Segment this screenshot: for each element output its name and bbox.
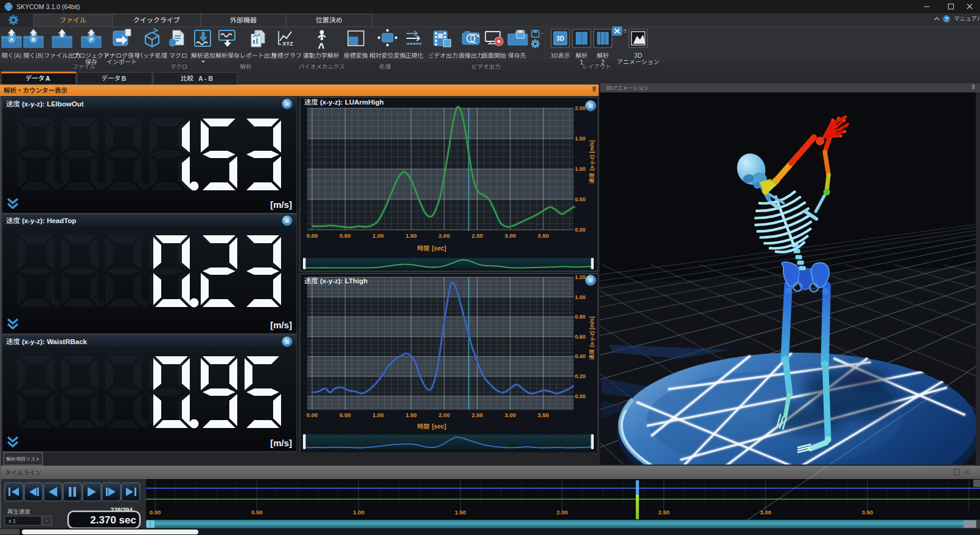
svg-text:3.50: 3.50	[538, 232, 549, 239]
svg-text:2.00: 2.00	[439, 232, 450, 239]
svg-text:3D: 3D	[634, 52, 642, 59]
svg-text:2.00: 2.00	[575, 105, 586, 111]
svg-text:SKYCOM 3.1.0 (64bit): SKYCOM 3.1.0 (64bit)	[16, 3, 80, 10]
svg-text:A: A	[10, 36, 14, 43]
svg-text:0.00: 0.00	[575, 227, 586, 233]
svg-text:0.40: 0.40	[575, 353, 586, 359]
svg-text:2.370 sec: 2.370 sec	[90, 514, 136, 526]
svg-text:(x-y-z): LThigh: (x-y-z): LThigh	[320, 277, 367, 285]
svg-text:1.50: 1.50	[455, 509, 467, 516]
svg-text:0.80: 0.80	[575, 314, 586, 320]
svg-text:0.50: 0.50	[339, 232, 351, 239]
svg-text:3.00: 3.00	[760, 509, 771, 516]
svg-text:[m/s]: [m/s]	[270, 438, 292, 448]
svg-text:[sec]: [sec]	[432, 423, 446, 430]
svg-text:x 1: x 1	[9, 518, 16, 524]
svg-text:2.50: 2.50	[471, 232, 483, 239]
svg-text:·: ·	[46, 517, 47, 524]
svg-text:(x-y-z): WaistRBack: (x-y-z): WaistRBack	[22, 338, 88, 345]
svg-text:B: B	[32, 36, 36, 43]
svg-text:1.00: 1.00	[372, 412, 384, 418]
svg-text:2.50: 2.50	[471, 412, 483, 418]
svg-text:1.00: 1.00	[372, 232, 384, 239]
svg-text:2.00: 2.00	[557, 509, 568, 516]
svg-text:0.50: 0.50	[339, 412, 351, 418]
svg-text:A: A	[46, 75, 50, 82]
svg-text:2.50: 2.50	[658, 509, 670, 516]
svg-text:1.00: 1.00	[353, 509, 364, 516]
svg-text:0.00: 0.00	[150, 509, 161, 516]
svg-text:1.50: 1.50	[575, 136, 586, 142]
svg-text:2.00: 2.00	[439, 412, 450, 418]
svg-text:1: 1	[580, 59, 583, 66]
svg-text:0.50: 0.50	[575, 196, 586, 202]
svg-text:(x-y-z): LUArmHigh: (x-y-z): LUArmHigh	[320, 98, 384, 106]
svg-text:0.60: 0.60	[575, 334, 586, 340]
svg-text:1.20: 1.20	[575, 274, 586, 280]
svg-text:0.00: 0.00	[307, 232, 318, 239]
svg-text:3.50: 3.50	[538, 412, 549, 418]
svg-text:(x-y-z) [m/s]: (x-y-z) [m/s]	[589, 316, 595, 347]
svg-text:0.00: 0.00	[307, 412, 318, 418]
svg-text:1.00: 1.00	[575, 294, 586, 300]
svg-text:1.50: 1.50	[406, 232, 417, 239]
svg-text:1.50: 1.50	[406, 412, 417, 418]
svg-text:1.00: 1.00	[575, 166, 586, 172]
svg-text:3.00: 3.00	[505, 232, 516, 239]
svg-text:A - B: A - B	[198, 75, 214, 82]
svg-text:2: 2	[601, 59, 605, 66]
svg-text:XYZ: XYZ	[282, 41, 293, 47]
svg-text:[m/s]: [m/s]	[270, 320, 292, 330]
svg-text:(x-y-z): LElbowOut: (x-y-z): LElbowOut	[22, 100, 84, 108]
svg-text:0.50: 0.50	[251, 509, 263, 516]
svg-text:0.00: 0.00	[575, 393, 586, 399]
svg-text:B: B	[122, 75, 127, 82]
svg-text:3D: 3D	[557, 35, 565, 42]
svg-text:?: ?	[945, 16, 948, 22]
svg-text:3.50: 3.50	[862, 509, 874, 516]
svg-text:0.20: 0.20	[575, 373, 586, 379]
svg-text:[sec]: [sec]	[432, 245, 446, 252]
svg-text:(x-y-z) [m/s]: (x-y-z) [m/s]	[589, 140, 595, 171]
svg-text:(x-y-z): HeadTop: (x-y-z): HeadTop	[22, 217, 76, 224]
svg-text:P: P	[89, 36, 93, 43]
svg-text:[m/s]: [m/s]	[270, 199, 292, 210]
svg-text:3.00: 3.00	[505, 412, 516, 418]
